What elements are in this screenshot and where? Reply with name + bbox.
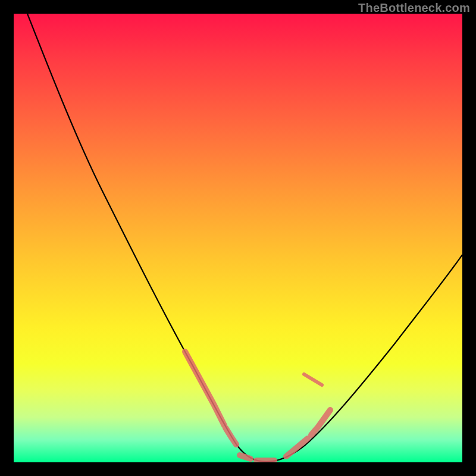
annotation-marks [185,352,330,461]
curve-svg [14,14,462,462]
watermark-text: TheBottleneck.com [358,1,470,15]
chart-container: TheBottleneck.com [0,0,476,476]
main-curve [27,14,462,462]
plot-area [14,14,462,462]
